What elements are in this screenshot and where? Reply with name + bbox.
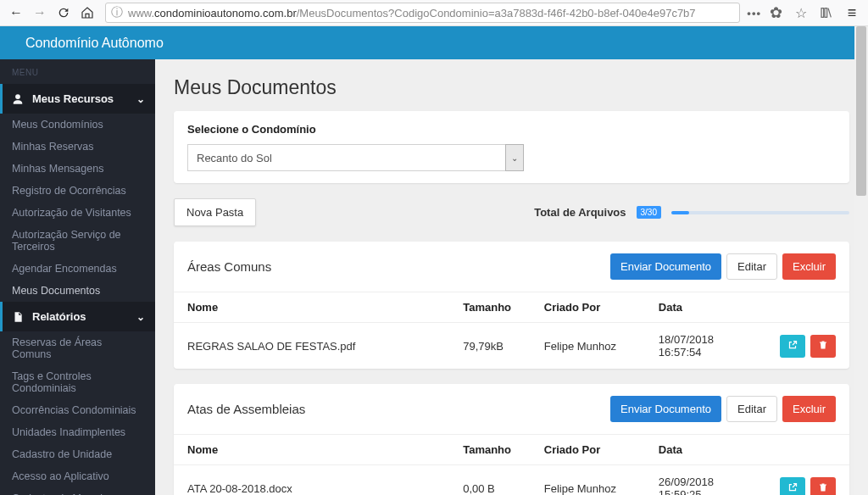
- open-button[interactable]: [780, 477, 805, 496]
- editar-button[interactable]: Editar: [726, 396, 777, 422]
- reload-button[interactable]: [53, 3, 75, 23]
- col-tamanho: Tamanho: [449, 292, 531, 323]
- sidebar-item-minhas-mensagens[interactable]: Minhas Mensagens: [0, 158, 155, 180]
- sidebar-item-meus-documentos[interactable]: Meus Documentos: [0, 280, 155, 302]
- brand-title: Condomínio Autônomo: [25, 36, 164, 51]
- table-row: REGRAS SALAO DE FESTAS.pdf 79,79kB Felip…: [174, 323, 849, 370]
- section-title: Áreas Comuns: [187, 259, 271, 274]
- delete-button[interactable]: [810, 335, 836, 358]
- excluir-button[interactable]: Excluir: [782, 396, 836, 422]
- browser-toolbar: ← → ⓘ www.condominioautonomo.com.br/Meus…: [0, 0, 868, 26]
- reader-icon[interactable]: ✿: [765, 3, 787, 23]
- col-data: Data: [645, 292, 766, 323]
- select-dropdown-button[interactable]: ⌄: [505, 144, 524, 171]
- sidebar-item-minhas-reservas[interactable]: Minhas Reservas: [0, 136, 155, 158]
- nova-pasta-button[interactable]: Nova Pasta: [174, 198, 256, 226]
- sidebar-item-tags-controles[interactable]: Tags e Controles Condominiais: [0, 365, 155, 399]
- forward-button[interactable]: →: [29, 3, 51, 23]
- scrollbar-thumb[interactable]: [856, 26, 866, 196]
- enviar-documento-button[interactable]: Enviar Documento: [610, 253, 721, 280]
- col-criado: Criado Por: [531, 292, 645, 323]
- condo-select[interactable]: Recanto do Sol: [187, 144, 505, 171]
- sidebar-item-reservas-areas[interactable]: Reservas de Áreas Comuns: [0, 331, 155, 365]
- col-nome: Nome: [174, 292, 449, 323]
- menu-label: MENU: [0, 59, 155, 84]
- svg-rect-1: [825, 8, 827, 18]
- sidebar-item-meus-condominios[interactable]: Meus Condomínios: [0, 114, 155, 136]
- total-section: Total de Arquivos 3/30: [534, 206, 849, 219]
- home-button[interactable]: [76, 3, 98, 23]
- page-title: Meus Documentos: [174, 76, 849, 99]
- sidebar-item-autorizacao-terceiros[interactable]: Autorização Serviço de Terceiros: [0, 224, 155, 258]
- progress-bar: [671, 211, 849, 214]
- folder-section-atas: Atas de Assembleias Enviar Documento Edi…: [174, 384, 849, 495]
- sidebar-item-cadastro-moradores[interactable]: Cadastro de Moradores: [0, 487, 155, 495]
- page-actions-icon[interactable]: •••: [747, 7, 761, 19]
- user-icon: [12, 93, 24, 105]
- excluir-button[interactable]: Excluir: [782, 253, 836, 280]
- sidebar: MENU Meus Recursos ⌄ Meus Condomínios Mi…: [0, 26, 155, 495]
- table-row: ATA 20-08-2018.docx 0,00 B Felipe Munhoz…: [174, 465, 849, 496]
- back-button[interactable]: ←: [5, 3, 27, 23]
- sidebar-item-agendar-encomendas[interactable]: Agendar Encomendas: [0, 258, 155, 280]
- col-criado: Criado Por: [531, 435, 645, 465]
- col-tamanho: Tamanho: [449, 435, 531, 465]
- col-data: Data: [645, 435, 766, 465]
- select-label: Selecione o Condomínio: [187, 123, 836, 136]
- editar-button[interactable]: Editar: [726, 253, 777, 280]
- delete-button[interactable]: [810, 477, 836, 496]
- enviar-documento-button[interactable]: Enviar Documento: [610, 396, 721, 422]
- sidebar-item-unidades-inadimplentes[interactable]: Unidades Inadimplentes: [0, 421, 155, 443]
- sidebar-item-ocorrencias-cond[interactable]: Ocorrências Condominiais: [0, 399, 155, 421]
- sidebar-group-meus-recursos[interactable]: Meus Recursos ⌄: [0, 84, 155, 114]
- main-content: Meus Documentos Selecione o Condomínio R…: [155, 59, 868, 495]
- chevron-down-icon: ⌄: [136, 93, 145, 105]
- report-icon: [12, 311, 24, 323]
- sidebar-group-relatorios[interactable]: Relatórios ⌄: [0, 302, 155, 331]
- app-header: Condomínio Autônomo: [0, 26, 854, 59]
- sidebar-item-autorizacao-visitantes[interactable]: Autorização de Visitantes: [0, 202, 155, 224]
- select-condo-card: Selecione o Condomínio Recanto do Sol ⌄: [174, 111, 849, 183]
- url-text: www.condominioautonomo.com.br/MeusDocume…: [128, 7, 734, 19]
- folder-section-areas-comuns: Áreas Comuns Enviar Documento Editar Exc…: [174, 242, 849, 369]
- sidebar-item-acesso-aplicativo[interactable]: Acesso ao Aplicativo: [0, 465, 155, 487]
- col-nome: Nome: [174, 435, 449, 465]
- scrollbar[interactable]: [854, 26, 868, 495]
- menu-button[interactable]: ≡: [841, 3, 863, 23]
- sidebar-item-registro-ocorrencias[interactable]: Registro de Ocorrências: [0, 180, 155, 202]
- library-icon[interactable]: [815, 3, 837, 23]
- section-title: Atas de Assembleias: [187, 402, 305, 416]
- sidebar-item-cadastro-unidade[interactable]: Cadastro de Unidade: [0, 443, 155, 465]
- bookmark-icon[interactable]: ☆: [790, 3, 812, 23]
- url-bar[interactable]: ⓘ www.condominioautonomo.com.br/MeusDocu…: [105, 3, 740, 23]
- info-icon: ⓘ: [111, 5, 123, 20]
- open-button[interactable]: [780, 335, 805, 358]
- progress-badge: 3/30: [637, 206, 661, 219]
- chevron-down-icon: ⌄: [136, 311, 145, 323]
- svg-rect-0: [821, 8, 824, 18]
